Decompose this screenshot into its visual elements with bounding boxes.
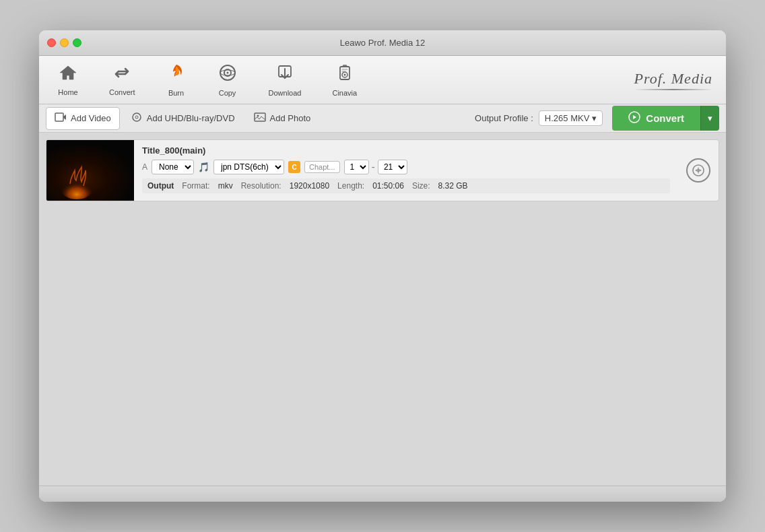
video-thumbnail: [46, 140, 134, 201]
output-profile-section: Output Profile : H.265 MKV ▾: [475, 110, 603, 126]
output-profile-label: Output Profile :: [475, 113, 533, 123]
video-action: [678, 140, 719, 201]
burn-icon: [166, 63, 187, 86]
convert-arrow-icon: ▾: [708, 113, 712, 123]
main-window: Leawo Prof. Media 12 Home Con: [39, 30, 726, 502]
window-title: Leawo Prof. Media 12: [340, 38, 425, 48]
svg-point-12: [257, 114, 259, 117]
app-logo: Prof. Media: [634, 70, 713, 90]
subtoolbar: Add Video Add UHD/Blu-ray/DVD Add Photo: [39, 104, 726, 133]
convert-button-label: Convert: [646, 112, 684, 124]
convert-icon: [112, 63, 132, 86]
cinavia-icon: [335, 63, 355, 86]
video-title: Title_800(main): [142, 145, 670, 156]
video-info: Title_800(main) A None 🎵 jpn DTS(6ch) C …: [134, 140, 678, 201]
audio-icon: 🎵: [198, 162, 209, 172]
copy-label: Copy: [219, 89, 236, 97]
add-photo-icon: [254, 112, 266, 125]
output-profile-select[interactable]: H.265 MKV ▾: [539, 110, 603, 126]
burn-label: Burn: [168, 89, 184, 97]
size-key: Size:: [412, 181, 430, 191]
toolbar-download[interactable]: Download: [263, 60, 307, 100]
output-label: Output: [147, 181, 174, 191]
resolution-value: 1920x1080: [290, 181, 329, 191]
format-value: mkv: [218, 181, 233, 191]
main-content: Title_800(main) A None 🎵 jpn DTS(6ch) C …: [39, 133, 726, 486]
add-video-icon: [55, 112, 67, 125]
video-controls: A None 🎵 jpn DTS(6ch) C Chapt... 1: [142, 160, 670, 174]
chapter-end-select[interactable]: 21: [378, 160, 407, 174]
edit-button[interactable]: [686, 158, 710, 182]
video-item: Title_800(main) A None 🎵 jpn DTS(6ch) C …: [46, 139, 719, 201]
convert-dropdown-button[interactable]: ▾: [700, 106, 719, 131]
add-photo-label: Add Photo: [270, 113, 311, 123]
chevron-down-icon: ▾: [592, 113, 597, 123]
svg-point-7: [343, 74, 345, 76]
maximize-button[interactable]: [73, 38, 81, 47]
toolbar-burn[interactable]: Burn: [161, 60, 192, 100]
chapter-range: 1 - 21: [344, 160, 407, 174]
subtitle-select[interactable]: None: [152, 160, 194, 174]
profile-value: H.265 MKV: [545, 113, 589, 123]
download-icon: [275, 63, 295, 86]
chapter-range-separator: -: [372, 161, 375, 173]
download-label: Download: [269, 89, 302, 97]
add-video-label: Add Video: [71, 113, 111, 123]
toolbar-copy[interactable]: Copy: [212, 60, 243, 100]
main-toolbar: Home Convert Burn: [39, 56, 726, 104]
convert-button-container: Convert ▾: [612, 106, 719, 131]
minimize-button[interactable]: [60, 38, 69, 47]
add-photo-button[interactable]: Add Photo: [246, 108, 319, 129]
thumbnail-image: [46, 140, 134, 201]
add-uhd-icon: [131, 112, 143, 125]
logo-underline: [634, 89, 713, 90]
toolbar-items: Home Convert Burn: [53, 60, 362, 100]
toolbar-cinavia[interactable]: Cinavia: [327, 60, 362, 100]
svg-rect-8: [55, 113, 63, 121]
subtitle-icon: A: [142, 162, 147, 172]
convert-main-button[interactable]: Convert: [612, 106, 700, 131]
add-uhd-label: Add UHD/Blu-ray/DVD: [147, 113, 235, 123]
length-value: 01:50:06: [372, 181, 404, 191]
chapter-start-select[interactable]: 1: [344, 160, 369, 174]
copy-icon: [218, 63, 238, 86]
chapter-badge-icon: C: [292, 164, 296, 171]
length-key: Length:: [337, 181, 364, 191]
titlebar: Leawo Prof. Media 12: [39, 30, 726, 56]
toolbar-convert[interactable]: Convert: [104, 61, 141, 99]
add-uhd-button[interactable]: Add UHD/Blu-ray/DVD: [123, 108, 243, 129]
logo-text: Prof. Media: [634, 70, 713, 88]
convert-icon-btn: [628, 111, 640, 125]
audio-select[interactable]: jpn DTS(6ch): [213, 160, 284, 174]
size-value: 8.32 GB: [438, 181, 468, 191]
home-icon: [58, 63, 78, 86]
svg-point-9: [133, 113, 141, 121]
svg-point-2: [226, 72, 228, 74]
add-video-button[interactable]: Add Video: [46, 107, 120, 130]
svg-rect-11: [255, 113, 265, 121]
toolbar-home[interactable]: Home: [53, 61, 84, 99]
close-button[interactable]: [47, 38, 56, 47]
convert-label: Convert: [109, 88, 135, 96]
output-info-row: Output Format: mkv Resolution: 1920x1080…: [142, 178, 670, 193]
bottombar: [39, 486, 726, 502]
svg-point-10: [135, 116, 138, 119]
chapter-label: Chapt...: [304, 161, 340, 173]
resolution-key: Resolution:: [241, 181, 281, 191]
home-label: Home: [58, 88, 77, 96]
cinavia-label: Cinavia: [332, 89, 357, 97]
format-key: Format:: [182, 181, 209, 191]
chapter-badge: C: [288, 161, 300, 173]
traffic-lights: [47, 38, 81, 47]
